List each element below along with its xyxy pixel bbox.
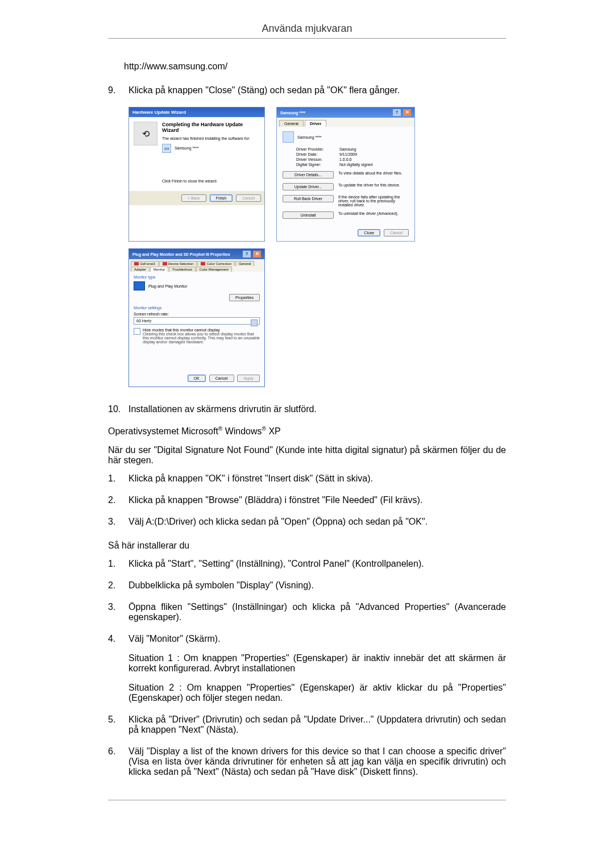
install-heading: Så här installerar du <box>108 541 506 551</box>
header-divider <box>108 38 506 39</box>
dsnf-paragraph: När du ser "Digital Signature Not Found"… <box>108 445 506 466</box>
b-5-text: Klicka på "Driver" (Drivrutin) och sedan… <box>128 715 506 735</box>
tab-color-correction[interactable]: Color Correction <box>197 261 235 266</box>
properties-button[interactable]: Properties <box>229 294 260 301</box>
signer-label: Digital Signer: <box>296 163 339 167</box>
b-4-situation2: Situation 2 : Om knappen "Properties" (E… <box>128 683 506 703</box>
tab-troubleshoot[interactable]: Troubleshoot <box>169 267 196 272</box>
driver-details-desc: To view details about the driver files. <box>338 171 409 175</box>
step-10-text: Installationen av skärmens drivrutin är … <box>128 404 506 414</box>
provider-value: Samsung <box>339 147 356 151</box>
step-9-number: 9. <box>108 85 128 95</box>
update-driver-button[interactable]: Update Driver... <box>283 183 334 190</box>
wizard-text-2: Click Finish to close the wizard. <box>162 179 260 183</box>
close-button[interactable]: Close <box>358 229 380 236</box>
hide-modes-label: Hide modes that this monitor cannot disp… <box>143 328 260 332</box>
b-6-text: Välj "Display a list of the known driver… <box>128 746 506 777</box>
b-4-situation1: Situation 1 : Om knappen "Properties" (E… <box>128 653 506 674</box>
page-header: Använda mjukvaran <box>108 23 506 35</box>
monitor-icon <box>134 281 145 290</box>
close-icon[interactable]: ✕ <box>403 109 411 116</box>
uninstall-desc: To uninstall the driver (Advanced). <box>338 211 409 215</box>
tab-geforce[interactable]: GeForce3 <box>131 261 159 266</box>
b-3-text: Öppna fliken "Settings" (Inställningar) … <box>128 602 506 622</box>
update-driver-desc: To update the driver for this device. <box>338 183 409 187</box>
hardware-update-wizard-dialog: Hardware Update Wizard ⟲ Completing the … <box>128 107 265 242</box>
step-10-number: 10. <box>108 404 128 414</box>
provider-label: Driver Provider: <box>296 147 339 151</box>
refresh-rate-label: Screen refresh rate: <box>134 312 260 316</box>
device-name: Samsung **** <box>297 135 321 139</box>
b-5-num: 5. <box>108 715 128 735</box>
tab-general-2[interactable]: General <box>235 261 254 266</box>
cancel-button: Cancel <box>236 194 261 202</box>
b-4-text: Välj "Monitor" (Skärm). <box>128 634 506 644</box>
finish-button[interactable]: Finish <box>210 194 233 202</box>
tab-device-selection[interactable]: Device Selection <box>159 261 197 266</box>
wizard-icon: ⟲ <box>134 122 157 146</box>
b-2-num: 2. <box>108 580 128 591</box>
wizard-device-name: Samsung **** <box>175 146 198 150</box>
wizard-heading: Completing the Hardware Update Wizard <box>162 122 260 133</box>
refresh-rate-select[interactable]: 60 Hertz <box>134 317 260 325</box>
a-1-text: Klicka på knappen "OK" i fönstret "Inser… <box>128 474 506 484</box>
monitor-type-label: Monitor type <box>134 275 260 279</box>
driver-details-button[interactable]: Driver Details... <box>283 171 334 178</box>
signer-value: Not digitally signed <box>339 163 373 167</box>
footer-divider <box>108 800 506 800</box>
tab-monitor[interactable]: Monitor <box>150 267 168 272</box>
tab-driver[interactable]: Driver <box>305 120 326 127</box>
a-2-num: 2. <box>108 495 128 505</box>
tab-color-mgmt[interactable]: Color Management <box>196 267 232 272</box>
a-3-text: Välj A:(D:\Driver) och klicka sedan på "… <box>128 517 506 527</box>
b-1-num: 1. <box>108 559 128 569</box>
ok-button[interactable]: OK <box>188 375 206 382</box>
pnp-titlebar-text: Plug and Play Monitor and 3D Prophet III… <box>132 252 230 256</box>
apply-button: Apply <box>237 375 260 382</box>
device-icon <box>283 131 294 143</box>
wizard-text-1: The wizard has finished installing the s… <box>162 136 260 140</box>
os-line: Operativsystemet Microsoft® Windows® XP <box>108 426 506 437</box>
date-value: 9/11/2009 <box>339 152 357 156</box>
cancel-button-3[interactable]: Cancel <box>209 375 234 382</box>
b-3-num: 3. <box>108 602 128 622</box>
b-4-num: 4. <box>108 634 128 703</box>
monitor-name: Plug and Play Monitor <box>148 284 187 288</box>
b-2-text: Dubbelklicka på symbolen "Display" (Visn… <box>128 580 506 591</box>
uninstall-button[interactable]: Uninstall <box>283 211 334 219</box>
wizard-titlebar: Hardware Update Wizard <box>129 107 264 117</box>
tab-adapter[interactable]: Adapter <box>131 267 150 272</box>
a-2-text: Klicka på knappen "Browse" (Bläddra) i f… <box>128 495 506 505</box>
step-9-text: Klicka på knappen "Close" (Stäng) och se… <box>128 85 506 95</box>
drv-titlebar-text: Samsung **** <box>280 111 305 115</box>
monitor-icon: ▭ <box>162 144 171 153</box>
url-text: http://www.samsung.com/ <box>124 61 506 72</box>
version-label: Driver Version: <box>296 157 339 161</box>
version-value: 1.0.0.0 <box>339 157 351 161</box>
hide-modes-desc: Clearing this check box allows you to se… <box>143 332 260 344</box>
help-icon[interactable]: ? <box>243 251 251 258</box>
tab-general[interactable]: General <box>279 120 304 127</box>
monitor-settings-label: Monitor settings <box>134 306 260 310</box>
back-button: < Back <box>181 194 206 202</box>
help-icon[interactable]: ? <box>393 109 401 116</box>
date-label: Driver Date: <box>296 152 339 156</box>
b-1-text: Klicka på "Start", "Setting" (Inställnin… <box>128 559 506 569</box>
hide-modes-checkbox[interactable] <box>134 328 140 335</box>
cancel-button-2: Cancel <box>384 229 409 236</box>
a-3-num: 3. <box>108 517 128 527</box>
close-icon[interactable]: ✕ <box>253 251 261 258</box>
driver-properties-dialog: Samsung **** ? ✕ General Driver Samsung … <box>276 107 415 242</box>
a-1-num: 1. <box>108 474 128 484</box>
rollback-driver-desc: If the device fails after updating the d… <box>338 195 409 207</box>
rollback-driver-button[interactable]: Roll Back Driver <box>283 195 334 202</box>
monitor-properties-dialog: Plug and Play Monitor and 3D Prophet III… <box>128 248 265 387</box>
b-6-num: 6. <box>108 746 128 777</box>
